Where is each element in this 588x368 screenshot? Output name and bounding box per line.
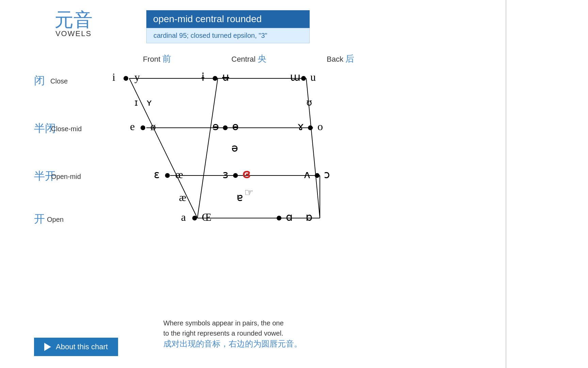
about-this-chart-button[interactable]: About this chart — [34, 338, 118, 356]
svg-text:ʏ: ʏ — [146, 97, 152, 108]
svg-text:Open: Open — [47, 216, 64, 223]
svg-point-31 — [141, 125, 145, 130]
svg-text:ɐ: ɐ — [236, 191, 243, 203]
tooltip-title: open-mid central rounded — [146, 10, 310, 28]
svg-text:ʉ: ʉ — [222, 71, 229, 83]
svg-point-41 — [165, 173, 170, 178]
svg-point-24 — [213, 76, 217, 81]
vowel-chart-svg: 闭 Close 半闭 Close-mid 半开 Open-mid 开 Open — [34, 49, 391, 281]
svg-text:ɛ: ɛ — [154, 168, 160, 181]
svg-point-56 — [277, 216, 281, 220]
footer-text: Where symbols appear in pairs, the one t… — [163, 318, 302, 349]
svg-text:e: e — [130, 120, 135, 133]
svg-text:ø: ø — [150, 120, 156, 133]
svg-text:Œ: Œ — [202, 211, 211, 223]
svg-text:开: 开 — [34, 213, 45, 225]
svg-text:ɵ: ɵ — [232, 120, 239, 133]
play-icon — [44, 343, 51, 351]
svg-text:ɜ: ɜ — [223, 168, 228, 181]
tooltip-box: open-mid central rounded cardinal 95; cl… — [146, 10, 310, 43]
svg-point-52 — [192, 216, 197, 220]
svg-text:y: y — [134, 71, 140, 83]
footer-cn: 成对出现的音标，右边的为圆唇元音。 — [163, 338, 302, 349]
svg-text:ɒ: ɒ — [306, 211, 312, 223]
title-english: VOWELS — [54, 29, 93, 38]
svg-text:œ: œ — [175, 168, 183, 181]
tooltip-subtitle: cardinal 95; closed turned epsilon, "3" — [146, 28, 310, 43]
main-container: 元音 VOWELS open-mid central rounded cardi… — [0, 0, 588, 368]
about-btn-label: About this chart — [56, 342, 108, 351]
svg-text:Close-mid: Close-mid — [51, 125, 82, 133]
svg-text:ɑ: ɑ — [286, 211, 293, 223]
svg-text:Close: Close — [50, 77, 68, 85]
svg-text:闭: 闭 — [34, 74, 45, 87]
svg-point-19 — [124, 76, 128, 81]
svg-text:ɪ: ɪ — [134, 97, 138, 108]
footer-en-line2: to the right represents a rounded vowel. — [163, 328, 302, 338]
svg-text:☞: ☞ — [244, 187, 254, 198]
svg-text:u: u — [310, 71, 316, 83]
svg-point-37 — [308, 125, 313, 130]
svg-point-34 — [223, 125, 228, 130]
svg-text:ɨ: ɨ — [201, 71, 205, 83]
svg-text:ɤ: ɤ — [297, 120, 304, 133]
right-divider — [506, 0, 506, 368]
svg-text:ʊ: ʊ — [306, 97, 312, 108]
svg-point-27 — [301, 76, 306, 81]
svg-text:ɞ: ɞ — [242, 167, 250, 181]
svg-text:Open-mid: Open-mid — [51, 173, 81, 180]
svg-point-47 — [315, 173, 320, 178]
svg-point-44 — [233, 173, 238, 178]
svg-text:i: i — [112, 71, 115, 83]
svg-text:ɯ: ɯ — [290, 71, 300, 83]
svg-text:o: o — [317, 120, 323, 133]
svg-text:æ: æ — [179, 191, 186, 203]
title-area: 元音 VOWELS — [54, 10, 93, 38]
svg-line-17 — [197, 78, 218, 218]
title-chinese: 元音 — [54, 10, 93, 29]
svg-text:ɔ: ɔ — [324, 168, 330, 181]
svg-line-8 — [129, 78, 197, 218]
svg-text:ə: ə — [231, 142, 238, 154]
svg-text:a: a — [181, 211, 186, 223]
svg-text:ɘ: ɘ — [212, 120, 219, 133]
footer-en-line1: Where symbols appear in pairs, the one — [163, 318, 302, 328]
svg-text:ʌ: ʌ — [304, 168, 310, 181]
